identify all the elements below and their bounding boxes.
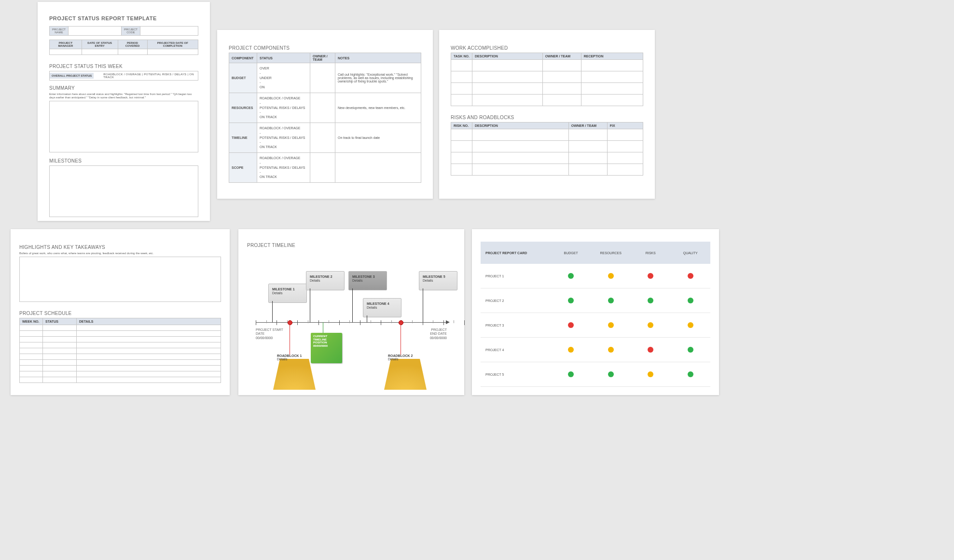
highlights-box[interactable] <box>19 257 221 302</box>
component-cell: BUDGET <box>229 63 257 93</box>
milestone-vline <box>352 288 353 322</box>
page-work-risks: WORK ACCOMPLISHED TASK NO. DESCRIPTION O… <box>439 30 655 199</box>
tick <box>433 320 433 323</box>
status-dot-icon <box>688 298 693 303</box>
roadblock-box: ROADBLOCK 1Details <box>273 354 316 390</box>
risks-heading: RISKS AND ROADBLOCKS <box>451 115 643 120</box>
notes-cell[interactable]: On track to final launch date <box>335 123 421 153</box>
report-card-row: PROJECT 5 <box>481 362 710 387</box>
arrow-icon <box>446 320 450 324</box>
schedule-table: WEEK NO. STATUS DETAILS <box>19 318 221 383</box>
report-card-row: PROJECT 3 <box>481 313 710 338</box>
page-highlights-schedule: HIGHLIGHTS AND KEY TAKEAWAYS Bullets of … <box>11 229 230 395</box>
status-dot-icon <box>608 371 614 377</box>
owner-cell[interactable] <box>310 93 335 123</box>
milestones-box[interactable] <box>49 165 198 217</box>
notes-cell[interactable]: New developments, new team members, etc. <box>335 93 421 123</box>
tick <box>318 320 319 325</box>
tick <box>329 320 329 323</box>
status-dot-icon <box>568 273 574 279</box>
owner-cell[interactable] <box>310 123 335 153</box>
roadblock-dot-icon <box>399 320 403 325</box>
status-dot-icon <box>648 371 653 377</box>
title: PROJECT STATUS REPORT TEMPLATE <box>49 15 198 21</box>
work-table: TASK NO. DESCRIPTION OWNER / TEAM RECEPT… <box>451 53 643 106</box>
status-dot-icon <box>568 322 574 328</box>
tick <box>454 320 454 323</box>
highlights-hint: Bullets of great work, who owns what, wh… <box>19 252 221 255</box>
status-cell[interactable]: OVER - UNDER - ON <box>257 63 310 93</box>
status-dot-icon <box>568 298 574 303</box>
components-table: COMPONENT STATUS OWNER / TEAM NOTES BUDG… <box>229 53 421 183</box>
work-heading: WORK ACCOMPLISHED <box>451 45 643 51</box>
project-name: PROJECT 4 <box>481 348 551 352</box>
status-dot-icon <box>688 273 693 279</box>
current-vline <box>323 322 323 334</box>
report-card-row: PROJECT 2 <box>481 288 710 313</box>
status-dot-icon <box>568 371 574 377</box>
status-cell[interactable]: ROADBLOCK / OVERAGE - POTENTIAL RISKS / … <box>257 93 310 123</box>
highlights-heading: HIGHLIGHTS AND KEY TAKEAWAYS <box>19 245 221 250</box>
status-dot-icon <box>648 322 653 328</box>
tick <box>339 320 340 325</box>
status-dot-icon <box>568 347 574 353</box>
timeline-heading: PROJECT TIMELINE <box>247 243 456 248</box>
meta-header: DATE OF STATUS ENTRY <box>82 40 118 49</box>
project-code-field[interactable] <box>140 27 198 36</box>
tick <box>266 320 267 323</box>
milestone-box: MILESTONE 4Details <box>363 298 401 317</box>
owner-cell[interactable] <box>310 153 335 183</box>
summary-box[interactable] <box>49 101 198 152</box>
milestones-heading: MILESTONES <box>49 158 198 164</box>
project-name-field[interactable] <box>68 27 121 36</box>
summary-heading: SUMMARY <box>49 85 198 91</box>
tick <box>391 320 392 323</box>
status-dot-icon <box>608 298 614 303</box>
components-heading: PROJECT COMPONENTS <box>229 45 421 51</box>
roadblock-vline <box>290 324 290 356</box>
component-cell: RESOURCES <box>229 93 257 123</box>
meta-header: PROJECTED DATE OF COMPLETION <box>147 40 198 49</box>
milestone-vline <box>423 288 423 322</box>
notes-cell[interactable] <box>335 153 421 183</box>
page-status-report: PROJECT STATUS REPORT TEMPLATE PROJECT N… <box>38 2 210 221</box>
status-cell[interactable]: ROADBLOCK / OVERAGE - POTENTIAL RISKS / … <box>257 123 310 153</box>
project-meta-table: PROJECT MANAGER DATE OF STATUS ENTRY PER… <box>49 40 198 55</box>
status-dot-icon <box>608 347 614 353</box>
status-dot-icon <box>608 273 614 279</box>
meta-header: PROJECT MANAGER <box>50 40 82 49</box>
owner-cell[interactable] <box>310 63 335 93</box>
meta-header: PERIOD COVERED <box>118 40 147 49</box>
schedule-heading: PROJECT SCHEDULE <box>19 311 221 316</box>
notes-cell[interactable]: Call out highlights: "Exceptional work."… <box>335 63 421 93</box>
project-id-table: PROJECT NAME PROJECT CODE <box>49 26 198 36</box>
col-status: STATUS <box>257 53 310 63</box>
end-date-label: PROJECTEND DATE00/00/0000 <box>413 328 447 340</box>
start-date-label: PROJECT STARTDATE00/00/0000 <box>256 328 290 340</box>
tick <box>256 320 256 325</box>
milestone-box: MILESTONE 1Details <box>268 284 307 303</box>
project-name: PROJECT 1 <box>481 274 551 278</box>
project-name: PROJECT 2 <box>481 299 551 302</box>
status-dot-icon <box>688 322 693 328</box>
milestone-box: MILESTONE 5Details <box>419 271 457 290</box>
this-week-heading: PROJECT STATUS THIS WEEK <box>49 64 198 69</box>
project-name: PROJECT 3 <box>481 324 551 327</box>
status-dot-icon <box>648 273 653 279</box>
svg-marker-0 <box>273 359 316 390</box>
report-card-row: PROJECT 4 <box>481 338 710 362</box>
col-owner: OWNER / TEAM <box>310 53 335 63</box>
status-dot-icon <box>688 347 693 353</box>
risks-table: RISK NO. DESCRIPTION OWNER / TEAM FIX <box>451 122 643 176</box>
tick <box>371 320 371 323</box>
overall-status-options[interactable]: ROADBLOCK / OVERAGE | POTENTIAL RISKS / … <box>94 71 198 80</box>
tick <box>349 320 350 323</box>
status-cell[interactable]: ROADBLOCK / OVERAGE - POTENTIAL RISKS / … <box>257 153 310 183</box>
timeline-chart: MILESTONE 1DetailsMILESTONE 2DetailsMILE… <box>247 250 456 395</box>
status-dot-icon <box>608 322 614 328</box>
roadblock-dot-icon <box>288 320 292 325</box>
milestone-vline <box>310 288 310 322</box>
col-component: COMPONENT <box>229 53 257 63</box>
tick <box>360 320 360 325</box>
milestone-box: MILESTONE 2Details <box>306 271 345 290</box>
